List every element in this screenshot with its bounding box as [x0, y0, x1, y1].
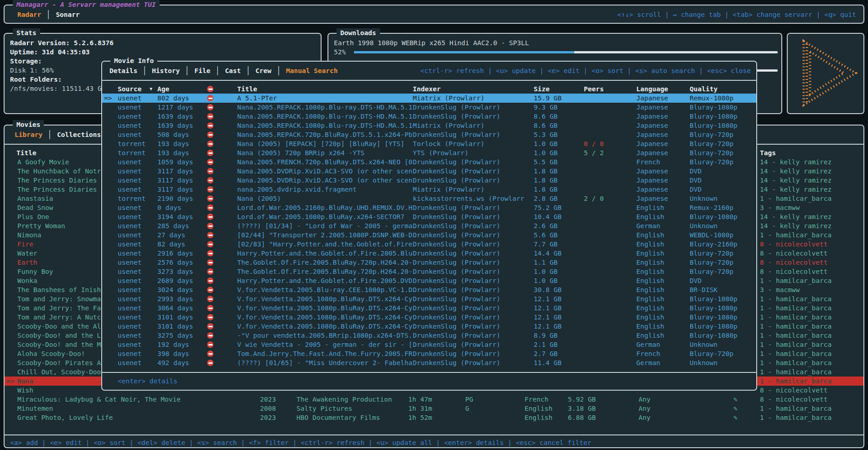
movie-title: Wonka — [17, 276, 37, 285]
search-result-row[interactable]: usenet 3275 days -"V pour vendetta.2005.… — [102, 331, 756, 340]
search-result-row[interactable]: usenet 3101 days V.for.Vendetta.2005.108… — [102, 322, 756, 331]
search-result-row[interactable]: usenet 2576 days The.Goblet.Of.Fire.2005… — [102, 258, 756, 267]
release-source: usenet — [118, 230, 141, 240]
search-result-row[interactable]: usenet 285 days (????) [01/34] - "Lord o… — [102, 221, 756, 230]
release-age: 0 days — [157, 203, 181, 212]
rejected-icon — [207, 195, 213, 202]
movie-title: Chill Out, Scooby-Doo — [17, 367, 101, 377]
col-age[interactable]: Age — [157, 84, 169, 94]
release-source: usenet — [118, 112, 141, 121]
movie-info-tab[interactable]: Details — [109, 66, 145, 75]
release-source: torrent — [118, 194, 146, 203]
col-indexer[interactable]: Indexer — [413, 84, 441, 94]
tag-label: 1 - hamilcar_barca — [760, 368, 832, 376]
release-size: 14.4 GB — [534, 249, 561, 258]
search-result-row[interactable]: usenet 2916 days Harry.Potter.and.the.Go… — [102, 249, 756, 258]
release-title: Nana (2005) 720p BRRip x264 -YTS — [237, 148, 364, 157]
search-result-row[interactable]: usenet 2993 days V.for.Vendetta.2005.108… — [102, 294, 756, 303]
movies-tabs: LibraryCollections — [15, 130, 109, 139]
search-result-row[interactable]: usenet 3194 days Lord.of.War.2005.1080p.… — [102, 212, 756, 221]
search-result-row[interactable]: usenet 1639 days Nana.2005.REPACK.1080p.… — [102, 121, 756, 130]
search-result-row[interactable]: usenet 1217 days Nana.2005.REPACK.1080p.… — [102, 103, 756, 112]
tag-label: 14 - kelly ramirez — [760, 177, 832, 184]
release-quality: Bluray-720p — [690, 249, 733, 258]
logo-panel — [787, 33, 864, 114]
movie-size: 5.92 GB — [568, 395, 596, 404]
tag-row: 1 - hamilcar_barca — [754, 194, 863, 203]
release-quality: Bluray-720p — [690, 148, 733, 157]
rejected-icon — [207, 341, 213, 348]
tag-label: 1 - hamilcar_barca — [760, 332, 832, 339]
release-quality: Bluray-720p — [690, 130, 733, 139]
search-result-row[interactable]: usenet 3117 days nana.2005.dvdrip.xvid.f… — [102, 185, 756, 194]
download-progress-fill — [354, 51, 574, 53]
release-source: usenet — [118, 203, 141, 212]
movie-row[interactable]: Miraculous: Ladybug & Cat Noir, The Movi… — [5, 395, 752, 404]
release-source: usenet — [118, 349, 141, 358]
tag-row: 1 - hamilcar_barca — [754, 377, 863, 386]
search-result-row[interactable]: torrent 2190 days Nana (2005) kickasstor… — [102, 194, 756, 203]
search-result-row[interactable]: usenet 0 days Lord.of.War.2005.2160p.Blu… — [102, 203, 756, 212]
movie-info-tab[interactable]: Crew — [249, 66, 279, 75]
col-language[interactable]: Language — [636, 84, 668, 94]
col-peers[interactable]: Peers — [584, 84, 604, 94]
search-result-row[interactable]: usenet 3273 days The.Goblet.Of.Fire.2005… — [102, 267, 756, 276]
movie-info-tab[interactable]: File — [187, 66, 218, 75]
release-language: Japanese — [636, 194, 668, 203]
col-size[interactable]: Size — [534, 84, 550, 94]
release-size: 5.6 GB — [534, 230, 557, 240]
movie-info-tab[interactable]: Cast — [218, 66, 249, 75]
movies-col-tags: Tags — [760, 148, 776, 157]
release-indexer: DrunkenSlug (Prowlarr) — [413, 249, 500, 258]
search-result-row[interactable]: usenet 3117 days Nana.2005.DVDRip.XviD.A… — [102, 167, 756, 176]
search-result-row[interactable]: torrent 193 days Nana (2005) [REPACK] [7… — [102, 139, 756, 148]
rejected-column-icon — [207, 86, 213, 92]
search-result-row[interactable]: usenet 508 days Nana.2005.REPACK.720p.Bl… — [102, 130, 756, 139]
movie-info-tab[interactable]: Manual Search — [279, 66, 345, 75]
disk-usage-label: Disk 1: 56% — [10, 66, 54, 75]
release-title: Lord.of.War.2005.1080p.BluRay.x264-SECTO… — [237, 212, 405, 221]
root-folder-path: /nfs/movies: 11511.43 GB — [10, 84, 106, 93]
col-quality[interactable]: Quality — [690, 84, 717, 94]
search-result-row[interactable]: usenet 1639 days Nana.2005.REPACK.1080p.… — [102, 112, 756, 121]
search-result-row[interactable]: usenet 82 days [02/83] "Harry.Potter.and… — [102, 240, 756, 249]
search-result-row[interactable]: usenet 27 days [02/44] "Transporter 2.20… — [102, 230, 756, 240]
search-result-row[interactable]: usenet 3064 days V.for.Vendetta.2005.108… — [102, 303, 756, 313]
release-age: 27 days — [157, 230, 185, 240]
search-result-row[interactable]: => usenet 802 days A 5.1-PTer Miatrix (P… — [102, 94, 756, 103]
col-source[interactable]: Source — [118, 84, 141, 94]
servarr-tab[interactable]: Sonarr — [49, 10, 86, 19]
global-keybinds: <↑↓> scroll | ↔ change tab | <tab> chang… — [617, 10, 856, 19]
movie-row[interactable]: Great Photo, Lovely Life 2023 HBO Docume… — [5, 413, 752, 422]
search-result-row[interactable]: usenet 3117 days Nana.2005.DVDRip.XviD.A… — [102, 176, 756, 185]
rejected-icon — [207, 223, 213, 229]
movie-row[interactable]: Minutemen 2008 Salty Pictures 1h 31m G E… — [5, 404, 752, 413]
download-entry[interactable]: Earth 1998 1080p WEBRip x265 Hindi AAC2.… — [334, 38, 529, 47]
release-quality: Bluray-720p — [690, 258, 733, 267]
tag-label: 14 - kelly ramirez — [760, 186, 832, 193]
search-result-row[interactable]: usenet 3101 days V.for.Vendetta.2005.108… — [102, 313, 756, 322]
col-title[interactable]: Title — [237, 84, 257, 94]
search-result-row[interactable]: usenet 3024 days V.for.Vendetta.2005.Blu… — [102, 285, 756, 294]
search-result-row[interactable]: usenet 492 days (????) [01/65] - "Miss U… — [102, 358, 756, 367]
release-title: (????) [01/34] - "Lord of War - 2005 - g… — [237, 221, 412, 230]
search-result-row[interactable]: torrent 193 days Nana (2005) 720p BRRip … — [102, 148, 756, 157]
movies-tab[interactable]: Library — [15, 130, 50, 139]
search-result-row[interactable]: usenet 1059 days Nana.2005.FRENCH.720p.B… — [102, 157, 756, 167]
rejected-icon — [207, 113, 213, 120]
tag-label: 14 - kelly ramirez — [760, 167, 832, 175]
search-result-row[interactable]: usenet 398 days Tom.And.Jerry.The.Fast.A… — [102, 349, 756, 358]
movie-info-tab[interactable]: History — [145, 66, 187, 75]
tag-label: 1 - hamilcar_barca — [760, 350, 832, 357]
radarr-version: Radarr Version: 5.2.6.8376 — [10, 38, 114, 47]
search-header-row: Source ▼ Age Title Indexer Size Peers La… — [102, 84, 756, 94]
search-result-row[interactable]: usenet 2689 days Harry.Potter.and.the.Go… — [102, 276, 756, 285]
servarr-tab[interactable]: Radarr — [17, 10, 49, 19]
release-title: (????) [01/65] - "Miss Undercover 2- Fab… — [237, 358, 412, 367]
movies-tab[interactable]: Collections — [50, 130, 109, 139]
search-result-row[interactable]: usenet 192 days V wie Vendetta - 2005 - … — [102, 340, 756, 349]
release-language: Japanese — [636, 148, 668, 157]
release-size: 5.3 GB — [534, 130, 557, 139]
release-indexer: DrunkenSlug (Prowlarr) — [413, 258, 500, 267]
release-quality: Remux-2160p — [690, 203, 733, 212]
